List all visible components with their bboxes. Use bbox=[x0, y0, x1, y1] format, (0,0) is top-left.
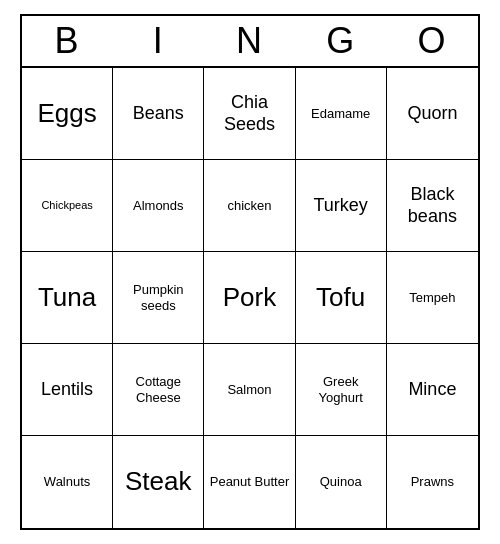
cell-text: Tempeh bbox=[409, 290, 455, 306]
bingo-cell: Eggs bbox=[22, 68, 113, 160]
bingo-cell: Peanut Butter bbox=[204, 436, 295, 528]
bingo-cell: Tofu bbox=[296, 252, 387, 344]
cell-text: Pork bbox=[223, 282, 276, 313]
bingo-cell: Walnuts bbox=[22, 436, 113, 528]
cell-text: Chickpeas bbox=[41, 199, 92, 212]
cell-text: Pumpkin seeds bbox=[117, 282, 199, 313]
bingo-cell: Beans bbox=[113, 68, 204, 160]
cell-text: Prawns bbox=[411, 474, 454, 490]
bingo-cell: Quinoa bbox=[296, 436, 387, 528]
cell-text: Tuna bbox=[38, 282, 96, 313]
cell-text: Quinoa bbox=[320, 474, 362, 490]
bingo-cell: Chickpeas bbox=[22, 160, 113, 252]
cell-text: Quorn bbox=[407, 103, 457, 125]
cell-text: Beans bbox=[133, 103, 184, 125]
cell-text: Turkey bbox=[314, 195, 368, 217]
cell-text: Walnuts bbox=[44, 474, 90, 490]
bingo-cell: chicken bbox=[204, 160, 295, 252]
cell-text: Tofu bbox=[316, 282, 365, 313]
cell-text: Peanut Butter bbox=[210, 474, 290, 490]
bingo-cell: Cottage Cheese bbox=[113, 344, 204, 436]
bingo-cell: Prawns bbox=[387, 436, 478, 528]
bingo-cell: Tuna bbox=[22, 252, 113, 344]
cell-text: Black beans bbox=[391, 184, 474, 227]
cell-text: Almonds bbox=[133, 198, 184, 214]
bingo-cell: Black beans bbox=[387, 160, 478, 252]
cell-text: Mince bbox=[408, 379, 456, 401]
cell-text: Eggs bbox=[37, 98, 96, 129]
bingo-card: BINGO EggsBeansChia SeedsEdamameQuornChi… bbox=[20, 14, 480, 530]
cell-text: Cottage Cheese bbox=[117, 374, 199, 405]
bingo-cell: Mince bbox=[387, 344, 478, 436]
cell-text: Chia Seeds bbox=[208, 92, 290, 135]
bingo-cell: Turkey bbox=[296, 160, 387, 252]
header-letter: O bbox=[387, 16, 478, 66]
bingo-cell: Salmon bbox=[204, 344, 295, 436]
bingo-cell: Chia Seeds bbox=[204, 68, 295, 160]
header-letter: N bbox=[204, 16, 295, 66]
bingo-cell: Pork bbox=[204, 252, 295, 344]
cell-text: Lentils bbox=[41, 379, 93, 401]
header-letter: B bbox=[22, 16, 113, 66]
cell-text: Greek Yoghurt bbox=[300, 374, 382, 405]
bingo-cell: Lentils bbox=[22, 344, 113, 436]
bingo-cell: Steak bbox=[113, 436, 204, 528]
cell-text: Edamame bbox=[311, 106, 370, 122]
bingo-cell: Tempeh bbox=[387, 252, 478, 344]
header-letter: G bbox=[296, 16, 387, 66]
bingo-cell: Quorn bbox=[387, 68, 478, 160]
bingo-cell: Edamame bbox=[296, 68, 387, 160]
bingo-grid: EggsBeansChia SeedsEdamameQuornChickpeas… bbox=[22, 68, 478, 528]
bingo-cell: Greek Yoghurt bbox=[296, 344, 387, 436]
header-letter: I bbox=[113, 16, 204, 66]
bingo-cell: Pumpkin seeds bbox=[113, 252, 204, 344]
cell-text: Steak bbox=[125, 466, 192, 497]
bingo-header: BINGO bbox=[22, 16, 478, 68]
cell-text: chicken bbox=[227, 198, 271, 214]
bingo-cell: Almonds bbox=[113, 160, 204, 252]
cell-text: Salmon bbox=[227, 382, 271, 398]
